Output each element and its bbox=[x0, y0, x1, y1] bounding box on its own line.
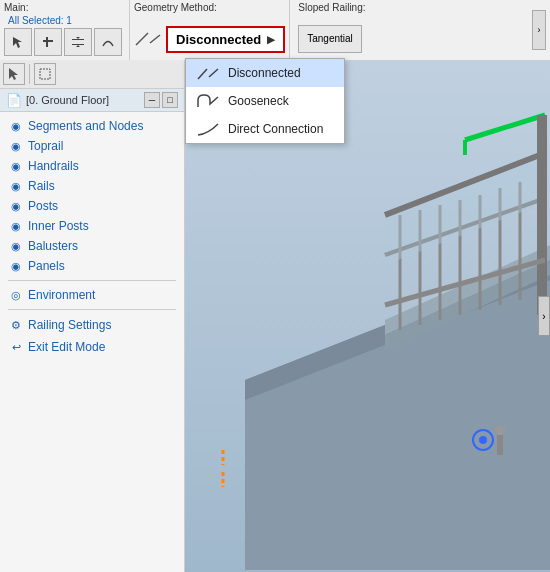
floor-icon: 📄 bbox=[6, 93, 22, 108]
stretch-btn[interactable] bbox=[64, 28, 92, 56]
svg-marker-11 bbox=[9, 68, 18, 80]
direct-option-label: Direct Connection bbox=[228, 122, 323, 136]
panels-label: Panels bbox=[28, 259, 65, 273]
dropdown-item-direct[interactable]: Direct Connection bbox=[186, 115, 344, 143]
rails-label: Rails bbox=[28, 179, 55, 193]
tree-item-exit-edit[interactable]: ↩ Exit Edit Mode bbox=[0, 336, 184, 358]
settings-icon: ⚙ bbox=[8, 317, 24, 333]
eye-icon-handrails: ◉ bbox=[8, 158, 24, 174]
dropdown-arrow: ▶ bbox=[267, 34, 275, 45]
svg-line-10 bbox=[209, 69, 218, 77]
gooseneck-menu-icon bbox=[196, 92, 220, 110]
tree-item-balusters[interactable]: ◉ Balusters bbox=[0, 236, 184, 256]
svg-rect-2 bbox=[46, 37, 48, 47]
panel-minimize-btn[interactable]: ─ bbox=[144, 92, 160, 108]
left-toolbar bbox=[0, 60, 184, 89]
move-btn[interactable] bbox=[34, 28, 62, 56]
svg-point-37 bbox=[495, 425, 505, 435]
tangential-label: Tangential bbox=[307, 33, 353, 44]
arrow-select-btn[interactable] bbox=[3, 63, 25, 85]
exit-edit-label: Exit Edit Mode bbox=[28, 340, 105, 354]
tree-item-posts[interactable]: ◉ Posts bbox=[0, 196, 184, 216]
eye-icon-panels: ◉ bbox=[8, 258, 24, 274]
close-panel-btn[interactable]: › bbox=[532, 10, 546, 50]
disconnected-menu-icon bbox=[196, 64, 220, 82]
posts-label: Posts bbox=[28, 199, 58, 213]
toprail-label: Toprail bbox=[28, 139, 63, 153]
svg-rect-38 bbox=[497, 435, 503, 455]
disconnected-option-label: Disconnected bbox=[228, 66, 301, 80]
svg-rect-12 bbox=[40, 69, 50, 79]
tree-item-toprail[interactable]: ◉ Toprail bbox=[0, 136, 184, 156]
eye-icon-inner-posts: ◉ bbox=[8, 218, 24, 234]
select-btn[interactable] bbox=[4, 28, 32, 56]
collapse-panel-arrow[interactable]: › bbox=[538, 296, 550, 336]
rect-select-btn[interactable] bbox=[34, 63, 56, 85]
tree-item-environment[interactable]: ◎ Environment bbox=[0, 285, 184, 305]
svg-marker-5 bbox=[76, 37, 80, 39]
handrails-label: Handrails bbox=[28, 159, 79, 173]
all-selected-label: All Selected: 1 bbox=[4, 15, 125, 26]
environment-icon: ◎ bbox=[8, 287, 24, 303]
svg-line-7 bbox=[136, 33, 148, 45]
left-panel: 📄 [0. Ground Floor] ─ □ ◉ Segments and N… bbox=[0, 60, 185, 572]
eye-icon-segments: ◉ bbox=[8, 118, 24, 134]
eye-icon-balusters: ◉ bbox=[8, 238, 24, 254]
eye-icon-rails: ◉ bbox=[8, 178, 24, 194]
disconnected-label: Disconnected bbox=[176, 32, 261, 47]
svg-line-9 bbox=[198, 69, 207, 79]
curve-btn[interactable] bbox=[94, 28, 122, 56]
geometry-section: Geometry Method: Disconnected ▶ bbox=[130, 0, 290, 60]
svg-rect-3 bbox=[72, 39, 84, 40]
nav-tree: ◉ Segments and Nodes ◉ Toprail ◉ Handrai… bbox=[0, 112, 184, 572]
tree-item-rails[interactable]: ◉ Rails bbox=[0, 176, 184, 196]
tree-item-inner-posts[interactable]: ◉ Inner Posts bbox=[0, 216, 184, 236]
dropdown-item-disconnected[interactable]: Disconnected bbox=[186, 59, 344, 87]
tree-item-segments[interactable]: ◉ Segments and Nodes bbox=[0, 116, 184, 136]
direct-menu-icon bbox=[196, 120, 220, 138]
toolbar: Main: All Selected: 1 Geometry Method: bbox=[0, 0, 550, 60]
railing-settings-label: Railing Settings bbox=[28, 318, 111, 332]
exit-icon: ↩ bbox=[8, 339, 24, 355]
panel-expand-btn[interactable]: □ bbox=[162, 92, 178, 108]
svg-line-8 bbox=[150, 35, 160, 43]
eye-icon-toprail: ◉ bbox=[8, 138, 24, 154]
svg-rect-31 bbox=[537, 115, 547, 315]
svg-marker-6 bbox=[76, 45, 80, 47]
tree-item-railing-settings[interactable]: ⚙ Railing Settings bbox=[0, 314, 184, 336]
svg-rect-4 bbox=[72, 44, 84, 45]
gooseneck-option-label: Gooseneck bbox=[228, 94, 289, 108]
segments-label: Segments and Nodes bbox=[28, 119, 143, 133]
tree-item-panels[interactable]: ◉ Panels bbox=[0, 256, 184, 276]
sloped-label: Sloped Railing: bbox=[298, 2, 382, 13]
divider-1 bbox=[8, 280, 176, 281]
geometry-label: Geometry Method: bbox=[134, 2, 285, 13]
floor-header: 📄 [0. Ground Floor] ─ □ bbox=[0, 89, 184, 112]
environment-label: Environment bbox=[28, 288, 95, 302]
tangential-button[interactable]: Tangential bbox=[298, 25, 362, 53]
sloped-section: Sloped Railing: Tangential bbox=[290, 0, 390, 60]
main-label: Main: bbox=[4, 2, 125, 13]
disconnected-button[interactable]: Disconnected ▶ bbox=[166, 26, 285, 53]
svg-marker-0 bbox=[13, 37, 22, 48]
balusters-label: Balusters bbox=[28, 239, 78, 253]
inner-posts-label: Inner Posts bbox=[28, 219, 89, 233]
disconnected-icon bbox=[134, 27, 162, 49]
dropdown-item-gooseneck[interactable]: Gooseneck bbox=[186, 87, 344, 115]
svg-point-36 bbox=[479, 436, 487, 444]
geometry-dropdown: Disconnected Gooseneck Direct Connection bbox=[185, 58, 345, 144]
floor-title: [0. Ground Floor] bbox=[26, 94, 109, 106]
divider-2 bbox=[8, 309, 176, 310]
eye-icon-posts: ◉ bbox=[8, 198, 24, 214]
tree-item-handrails[interactable]: ◉ Handrails bbox=[0, 156, 184, 176]
